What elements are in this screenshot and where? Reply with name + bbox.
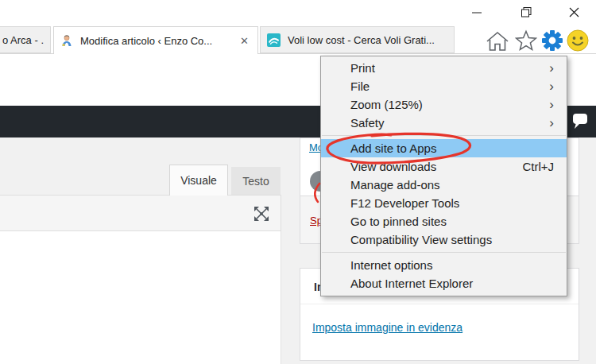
menu-item-go-to-pinned-sites[interactable]: Go to pinned sites (321, 212, 567, 230)
browser-tab-bar: o Arca - ... Modifica articolo ‹ Enzo Co… (0, 26, 596, 54)
menu-item-zoom[interactable]: Zoom (125%) › (321, 95, 567, 114)
submenu-arrow-icon: › (549, 61, 554, 75)
comments-bubble-icon[interactable] (573, 114, 587, 133)
menu-item-compatibility-view-settings[interactable]: Compatibility View settings (321, 230, 567, 249)
menu-item-about-internet-explorer[interactable]: About Internet Explorer (321, 274, 567, 292)
window-close-button[interactable] (556, 0, 591, 24)
fullscreen-button[interactable] (252, 204, 271, 223)
tab-arca[interactable]: o Arca - ... (0, 26, 51, 53)
expand-arrows-icon (253, 205, 270, 223)
tab-title: o Arca - ... (2, 34, 44, 46)
menu-separator (322, 135, 566, 136)
submenu-arrow-icon: › (549, 116, 554, 130)
home-button[interactable] (485, 29, 510, 52)
editor-tab-label: Visuale (180, 174, 217, 187)
favorites-button[interactable] (513, 29, 539, 52)
menu-item-print[interactable]: Print › (321, 59, 567, 77)
editor-content-area[interactable] (0, 231, 281, 364)
menu-item-manage-addons[interactable]: Manage add-ons (321, 176, 567, 194)
menu-item-f12-developer-tools[interactable]: F12 Developer Tools (321, 194, 567, 212)
smiley-icon (567, 29, 589, 52)
menu-item-file[interactable]: File › (321, 77, 567, 95)
minimize-icon (471, 6, 482, 17)
shortcut-label: Ctrl+J (522, 160, 554, 173)
star-icon (515, 29, 537, 52)
window-minimize-button[interactable] (459, 0, 494, 24)
set-featured-image-link[interactable]: Imposta immagine in evidenza (312, 321, 462, 334)
restore-icon (521, 6, 532, 18)
gear-icon (541, 29, 563, 52)
menu-item-internet-options[interactable]: Internet options (321, 256, 567, 274)
tools-dropdown-menu: Print › File › Zoom (125%) › Safety › Ad… (320, 56, 567, 296)
tools-menu-button[interactable] (540, 29, 565, 52)
teal-wave-favicon-icon (267, 33, 281, 47)
tab-modifica-articolo[interactable]: Modifica articolo ‹ Enzo Co... ✕ (53, 26, 258, 54)
menu-item-add-site-to-apps[interactable]: Add site to Apps (321, 139, 567, 157)
editor-toolbar (0, 195, 281, 231)
editor-tab-visuale[interactable]: Visuale (169, 165, 228, 196)
close-icon (568, 6, 580, 18)
tab-title: Modifica articolo ‹ Enzo Co... (80, 35, 212, 47)
window-title-bar (0, 0, 596, 26)
person-avatar-favicon-icon (60, 34, 73, 47)
window-restore-button[interactable] (509, 0, 544, 24)
editor-tab-testo[interactable]: Testo (231, 167, 281, 196)
tab-close-icon[interactable]: ✕ (238, 34, 251, 48)
menu-separator (322, 252, 566, 253)
tab-title: Voli low cost - Cerca Voli Grati... (288, 34, 435, 46)
editor-tab-label: Testo (242, 175, 269, 188)
submenu-arrow-icon: › (549, 79, 554, 93)
menu-item-view-downloads[interactable]: View downloads Ctrl+J (321, 157, 567, 176)
menu-item-safety[interactable]: Safety › (321, 114, 567, 132)
feedback-button[interactable] (565, 29, 590, 52)
home-icon (486, 30, 509, 52)
tab-voli-low-cost[interactable]: Voli low cost - Cerca Voli Grati... (260, 26, 455, 53)
submenu-arrow-icon: › (549, 98, 554, 111)
